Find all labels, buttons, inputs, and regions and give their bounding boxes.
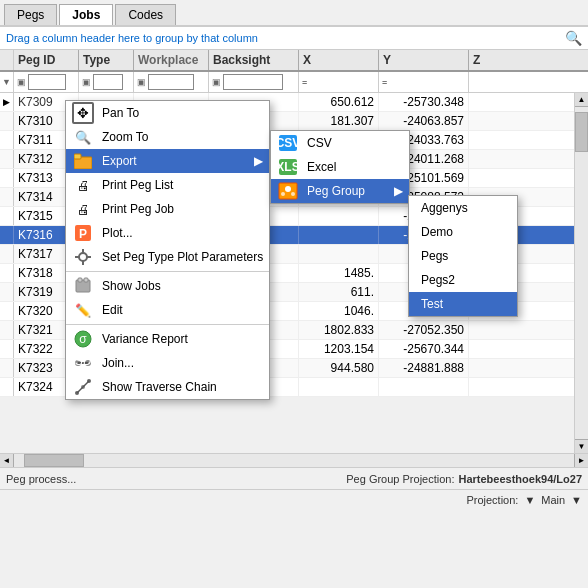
traverse-icon — [72, 376, 94, 398]
zoom-icon: 🔍 — [72, 126, 94, 148]
svg-rect-1 — [74, 154, 81, 159]
ctx-item-variance[interactable]: σ Variance Report — [66, 327, 269, 351]
drag-hint-bar: Drag a column header here to group by th… — [0, 27, 588, 50]
scroll-right-btn[interactable]: ► — [574, 454, 588, 467]
join-icon: SD — [72, 352, 94, 374]
col-header-backsight[interactable]: Backsight — [209, 50, 299, 70]
svg-point-28 — [285, 186, 291, 192]
svg-line-21 — [77, 387, 83, 393]
drag-hint-text: Drag a column header here to group by th… — [6, 32, 258, 44]
scroll-up-btn[interactable]: ▲ — [575, 93, 588, 107]
search-icon[interactable]: 🔍 — [565, 30, 582, 46]
row-indicator: ▶ — [0, 93, 14, 111]
tab-codes[interactable]: Codes — [115, 4, 176, 25]
filter-indicator: ▼ — [0, 72, 14, 92]
filter-row: ▼ ▣ ▣ ▣ ▣ = = — [0, 72, 588, 93]
filter-type: ▣ — [79, 72, 134, 92]
settings-icon — [72, 246, 94, 268]
folder-icon — [72, 150, 94, 172]
scroll-track-v — [575, 107, 588, 439]
print2-icon: 🖨 — [72, 198, 94, 220]
cell-z — [469, 93, 574, 111]
peg-process-text: Peg process... — [6, 473, 76, 485]
svg-line-22 — [83, 381, 89, 387]
filter-input-workplace[interactable] — [148, 74, 194, 90]
print-icon: 🖨 — [72, 174, 94, 196]
ctx-item-set-peg-type[interactable]: Set Peg Type Plot Parameters — [66, 245, 269, 269]
filter-input-type[interactable] — [93, 74, 123, 90]
svg-text:SD: SD — [75, 354, 92, 368]
ctx-item-pegs2[interactable]: Pegs2 — [409, 268, 517, 292]
ctx-item-export-label: Export — [102, 154, 137, 168]
ctx-item-test[interactable]: Test — [409, 292, 517, 316]
variance-icon: σ — [72, 328, 94, 350]
edit-icon: ✏️ — [72, 299, 94, 321]
filter-workplace: ▣ — [134, 72, 209, 92]
filter-z — [469, 72, 588, 92]
ctx-item-zoom-to-label: Zoom To — [102, 130, 148, 144]
ctx-item-traverse[interactable]: Show Traverse Chain — [66, 375, 269, 399]
status-bar-2: Projection: ▼ Main ▼ — [0, 489, 588, 509]
context-menu-level2: CSV CSV XLS Excel Peg Group ▶ — [270, 130, 410, 204]
svg-text:P: P — [79, 227, 87, 241]
ctx-item-csv[interactable]: CSV CSV — [271, 131, 409, 155]
svg-point-4 — [79, 253, 87, 261]
svg-point-30 — [291, 192, 295, 196]
csv-icon: CSV — [277, 132, 299, 154]
svg-text:XLS: XLS — [278, 160, 298, 174]
col-header-workplace[interactable]: Workplace — [134, 50, 209, 70]
projection-label: Peg Group Projection: — [346, 473, 454, 485]
col-header-y[interactable]: Y — [379, 50, 469, 70]
filter-backsight: ▣ — [209, 72, 299, 92]
tab-jobs[interactable]: Jobs — [59, 4, 113, 25]
ctx-item-plot[interactable]: P Plot... — [66, 221, 269, 245]
scroll-thumb-h[interactable] — [24, 454, 84, 467]
filter-input-backsight[interactable] — [223, 74, 283, 90]
svg-rect-11 — [84, 278, 88, 282]
filter-input-pegid[interactable] — [28, 74, 66, 90]
ctx-item-export[interactable]: Export ▶ — [66, 149, 269, 173]
ctx-item-show-jobs[interactable]: Show Jobs — [66, 274, 269, 298]
cell-y: -25730.348 — [379, 93, 469, 111]
ctx-item-peg-group[interactable]: Peg Group ▶ — [271, 179, 409, 203]
col-header-pegid[interactable]: Peg ID — [14, 50, 79, 70]
ctx-item-excel[interactable]: XLS Excel — [271, 155, 409, 179]
projection-value: Hartebeesthoek94/Lo27 — [459, 473, 583, 485]
ctx-item-pan-to[interactable]: ✥ Pan To — [66, 101, 269, 125]
svg-text:σ: σ — [79, 332, 87, 346]
tab-pegs[interactable]: Pegs — [4, 4, 57, 25]
col-header-z[interactable]: Z — [469, 50, 588, 70]
ctx-item-demo[interactable]: Demo — [409, 220, 517, 244]
col-header-type[interactable]: Type — [79, 50, 134, 70]
context-menu-level1: ✥ Pan To 🔍 Zoom To Export ▶ 🖨 Print Peg … — [65, 100, 270, 400]
ctx-item-edit[interactable]: ✏️ Edit — [66, 298, 269, 322]
projection-right-label: Projection: — [466, 494, 518, 506]
scroll-left-btn[interactable]: ◄ — [0, 454, 14, 467]
filter-pegid: ▣ — [14, 72, 79, 92]
scroll-track-h — [14, 454, 574, 467]
svg-rect-10 — [78, 278, 82, 282]
scroll-down-btn[interactable]: ▼ — [575, 439, 588, 453]
context-menu-level3: Aggenys Demo Pegs Pegs2 Test — [408, 195, 518, 317]
ctx-item-print-peg-list[interactable]: 🖨 Print Peg List — [66, 173, 269, 197]
col-header-x[interactable]: X — [299, 50, 379, 70]
ctx-separator-1 — [66, 271, 269, 272]
ctx-item-pegs[interactable]: Pegs — [409, 244, 517, 268]
scroll-thumb-v[interactable] — [575, 112, 588, 152]
vertical-scrollbar[interactable]: ▲ ▼ — [574, 93, 588, 453]
export-arrow: ▶ — [254, 154, 263, 168]
ctx-item-aggenys[interactable]: Aggenys — [409, 196, 517, 220]
row-indicator — [0, 112, 14, 130]
ctx-item-print-peg-job[interactable]: 🖨 Print Peg Job — [66, 197, 269, 221]
projection-info: Peg Group Projection: Hartebeesthoek94/L… — [346, 473, 582, 485]
ctx-item-pan-to-label: Pan To — [102, 106, 139, 120]
tab-bar: Pegs Jobs Codes — [0, 0, 588, 27]
ctx-separator-2 — [66, 324, 269, 325]
ctx-item-join[interactable]: SD Join... — [66, 351, 269, 375]
cell-x: 650.612 — [299, 93, 379, 111]
peg-group-arrow: ▶ — [394, 184, 403, 198]
horizontal-scrollbar[interactable]: ◄ ► — [0, 453, 588, 467]
filter-x: = — [299, 72, 379, 92]
svg-text:CSV: CSV — [278, 136, 298, 150]
ctx-item-zoom-to[interactable]: 🔍 Zoom To — [66, 125, 269, 149]
